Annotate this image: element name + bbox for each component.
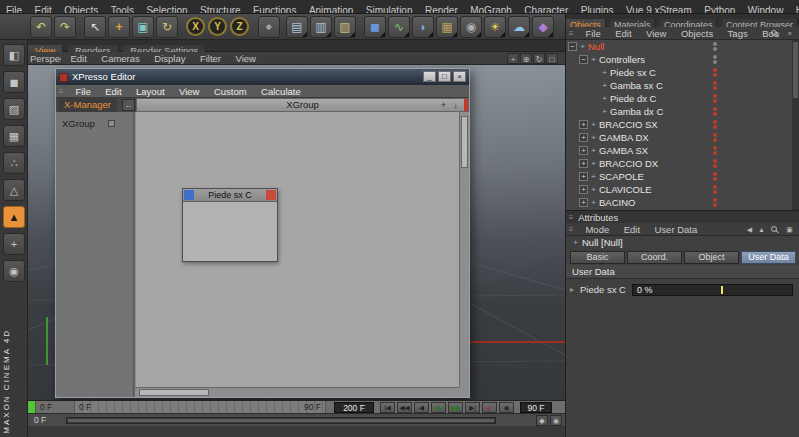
menubar-item-mograph[interactable]: MoGraph	[466, 4, 516, 14]
next-frame-button[interactable]: ▶▶	[448, 402, 463, 413]
menubar-item-selection[interactable]: Selection	[142, 4, 191, 14]
viewport-zoom-icon[interactable]: ⊕	[520, 53, 532, 64]
model-mode-icon[interactable]: ◼	[3, 71, 25, 93]
tree-row-gamba-sx-c[interactable]: + Gamba sx C	[566, 79, 792, 92]
power-slider-range[interactable]	[68, 419, 494, 422]
menubar-item-edit[interactable]: Edit	[31, 4, 56, 14]
make-editable-icon[interactable]: ◧	[3, 44, 25, 66]
menubar-item-help[interactable]: Help	[792, 4, 799, 14]
viewport-menu-display[interactable]: Display	[149, 52, 190, 65]
tab-user-data[interactable]: User Data	[741, 251, 796, 264]
tree-item-label[interactable]: Piede dx C	[610, 92, 656, 105]
tree-item-label[interactable]: Gamba sx C	[610, 79, 663, 92]
add-floor-icon[interactable]: ▦	[436, 16, 458, 38]
tab-object[interactable]: Object	[684, 251, 739, 264]
editor-visibility-dot[interactable]	[713, 55, 717, 59]
xpresso-menu-edit[interactable]: Edit	[100, 85, 126, 98]
tree-row-gamba-sx[interactable]: + + GAMBA SX	[566, 144, 792, 157]
tree-item-label[interactable]: BRACCIO SX	[599, 118, 658, 131]
render-visibility-dot[interactable]	[713, 203, 717, 207]
tree-row-piede-dx-c[interactable]: + Piede dx C	[566, 92, 792, 105]
editor-visibility-dot[interactable]	[713, 107, 717, 111]
xpresso-canvas[interactable]: Piede sx C	[135, 112, 459, 387]
om-menu-view[interactable]: View	[641, 27, 671, 40]
menubar-item-file[interactable]: File	[2, 4, 26, 14]
add-deformer-icon[interactable]: ◆	[532, 16, 554, 38]
play-button[interactable]: ▶	[431, 402, 446, 413]
tree-item-label[interactable]: Piede sx C	[610, 66, 656, 79]
expander-icon[interactable]: +	[579, 198, 588, 207]
polygons-mode-icon[interactable]: ▲	[3, 206, 25, 228]
live-selection-icon[interactable]: ↖	[84, 16, 106, 38]
menubar-item-simulation[interactable]: Simulation	[362, 4, 417, 14]
xpresso-titlebar[interactable]: XPresso Editor _ □ ×	[56, 69, 469, 85]
end-frame-field[interactable]: 90 F	[520, 402, 552, 413]
x-axis-lock-button[interactable]: X	[186, 17, 205, 36]
tab-objects[interactable]: Objects	[566, 19, 606, 27]
close-icon[interactable]: ×	[453, 71, 466, 82]
tree-row-gamba-dx[interactable]: + + GAMBA DX	[566, 131, 792, 144]
add-spline-icon[interactable]: ∿	[388, 16, 410, 38]
xpresso-horizontal-scrollbar[interactable]	[135, 387, 459, 397]
lock-panel-icon[interactable]: ▣	[784, 224, 795, 235]
attr-menu-mode[interactable]: Mode	[580, 223, 614, 236]
menubar-item-vue9xstream[interactable]: Vue 9 xStream	[622, 4, 696, 14]
menubar-item-window[interactable]: Window	[744, 4, 788, 14]
render-visibility-dot[interactable]	[713, 164, 717, 168]
xpresso-menu-custom[interactable]: Custom	[209, 85, 252, 98]
viewport-rotate-icon[interactable]: ↻	[533, 53, 545, 64]
xgroup-header[interactable]: XGroup + ↓	[136, 98, 469, 112]
history-back-icon[interactable]: ◀	[744, 224, 755, 235]
move-tool-icon[interactable]: +	[108, 16, 130, 38]
add-sky-icon[interactable]: ☁	[508, 16, 530, 38]
expander-icon[interactable]: −	[579, 55, 588, 64]
render-visibility-dot[interactable]	[713, 151, 717, 155]
scale-tool-icon[interactable]: ▣	[132, 16, 154, 38]
points-mode-icon[interactable]: ∴	[3, 152, 25, 174]
record-keyframe-button[interactable]: ●	[482, 402, 497, 413]
tree-item-label[interactable]: Null	[588, 40, 604, 53]
tab-coord[interactable]: Coord.	[627, 251, 682, 264]
tree-item-label[interactable]: GAMBA DX	[599, 131, 649, 144]
field-arrow-icon[interactable]: ▸	[570, 282, 574, 298]
render-visibility-dot[interactable]	[713, 112, 717, 116]
menubar-item-animation[interactable]: Animation	[305, 4, 357, 14]
y-axis-lock-button[interactable]: Y	[208, 17, 227, 36]
render-visibility-dot[interactable]	[713, 99, 717, 103]
tab-coordinates[interactable]: Coordinates	[660, 19, 718, 27]
viewport-menu-filter[interactable]: Filter	[195, 52, 226, 65]
tab-materials[interactable]: Materials	[610, 19, 656, 27]
editor-visibility-dot[interactable]	[713, 172, 717, 176]
scrollbar-thumb[interactable]	[461, 116, 468, 168]
tree-item-label[interactable]: GAMBA SX	[599, 144, 648, 157]
render-visibility-dot[interactable]	[713, 47, 717, 51]
search-icon[interactable]	[771, 30, 777, 36]
om-menu-tags[interactable]: Tags	[723, 27, 753, 40]
render-visibility-dot[interactable]	[713, 73, 717, 77]
tree-item-label[interactable]: BACINO	[599, 196, 635, 209]
add-camera-icon[interactable]: ◉	[460, 16, 482, 38]
om-menu-objects[interactable]: Objects	[676, 27, 718, 40]
render-view-icon[interactable]: ▤	[286, 16, 308, 38]
undo-icon[interactable]: ↶	[30, 16, 52, 38]
xpresso-menu-calculate[interactable]: Calculate	[256, 85, 306, 98]
maximize-icon[interactable]: □	[438, 71, 451, 82]
stopwatch-icon[interactable]: ◉	[550, 415, 562, 426]
user-data-value-input[interactable]: 0 %	[632, 284, 793, 296]
redo-icon[interactable]: ↷	[54, 16, 76, 38]
menubar-item-tools[interactable]: Tools	[107, 4, 138, 14]
xpresso-node[interactable]: Piede sx C	[182, 188, 278, 262]
list-options-icon[interactable]: ≡	[784, 28, 795, 39]
tree-row-piede-sx-c[interactable]: + Piede sx C	[566, 66, 792, 79]
search-icon[interactable]	[771, 226, 777, 232]
workplane-mode-icon[interactable]: ▦	[3, 125, 25, 147]
tree-row-scapole[interactable]: + + SCAPOLE	[566, 170, 792, 183]
xpresso-menu-file[interactable]: File	[70, 85, 95, 98]
viewport-menu-view[interactable]: View	[230, 52, 260, 65]
scrollbar-thumb[interactable]	[139, 389, 209, 396]
om-menu-file[interactable]: File	[580, 27, 605, 40]
tree-item-label[interactable]: Gamba dx C	[610, 105, 663, 118]
snap-settings-icon[interactable]: ◉	[3, 260, 25, 282]
menubar-item-objects[interactable]: Objects	[60, 4, 102, 14]
expander-icon[interactable]: −	[568, 42, 577, 51]
